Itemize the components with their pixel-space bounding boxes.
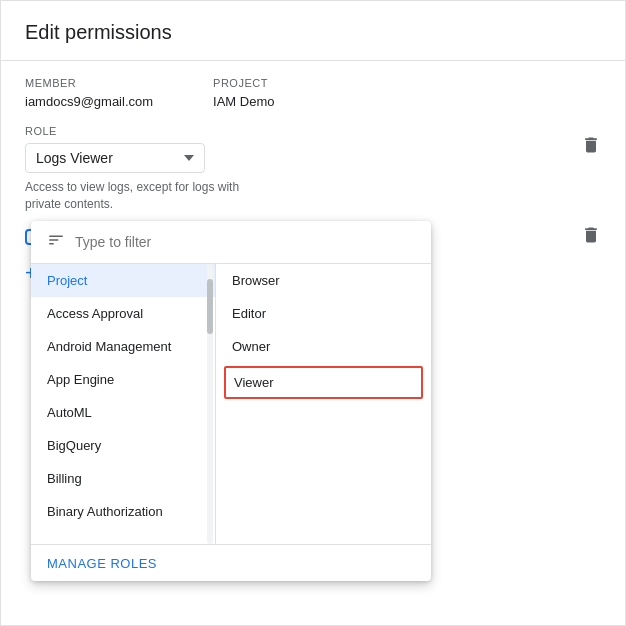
left-category-list: Project Access Approval Android Manageme…: [31, 264, 216, 544]
dropdown-body: Project Access Approval Android Manageme…: [31, 264, 431, 544]
left-list-item[interactable]: App Engine: [31, 363, 215, 396]
member-section: Member iamdocs9@gmail.com Project IAM De…: [1, 61, 625, 117]
project-value: IAM Demo: [213, 94, 274, 109]
dropdown-footer: MANAGE ROLES: [31, 544, 431, 581]
left-list-item[interactable]: Access Approval: [31, 297, 215, 330]
left-list-item[interactable]: Billing: [31, 462, 215, 495]
right-list-item-editor[interactable]: Editor: [216, 297, 431, 330]
filter-input[interactable]: [75, 234, 415, 250]
page-title: Edit permissions: [25, 21, 601, 44]
member-value: iamdocs9@gmail.com: [25, 94, 153, 109]
filter-icon: [47, 231, 65, 253]
right-list-item-owner[interactable]: Owner: [216, 330, 431, 363]
delete-role-button-2[interactable]: [581, 225, 601, 250]
scrollbar-track: [207, 264, 213, 544]
dropdown-panel: Project Access Approval Android Manageme…: [31, 221, 431, 581]
page-container: Edit permissions Member iamdocs9@gmail.c…: [0, 0, 626, 626]
scrollbar-thumb[interactable]: [207, 279, 213, 334]
project-col: Project IAM Demo: [213, 77, 274, 109]
left-list-item[interactable]: BigQuery: [31, 429, 215, 462]
dropdown-arrow-icon: [184, 155, 194, 161]
role-block: Role Logs Viewer Access to view logs, ex…: [25, 125, 565, 213]
filter-bar: [31, 221, 431, 264]
role-description: Access to view logs, except for logs wit…: [25, 179, 245, 213]
role-select-dropdown[interactable]: Logs Viewer: [25, 143, 205, 173]
role-row-1: Role Logs Viewer Access to view logs, ex…: [1, 117, 625, 221]
right-role-list: Browser Editor Owner Viewer: [216, 264, 431, 544]
header: Edit permissions: [1, 1, 625, 61]
role-select-text: Logs Viewer: [36, 150, 113, 166]
left-list-item[interactable]: Project: [31, 264, 215, 297]
left-list-item[interactable]: AutoML: [31, 396, 215, 429]
member-col: Member iamdocs9@gmail.com: [25, 77, 153, 109]
delete-role-button[interactable]: [581, 135, 601, 160]
project-label: Project: [213, 77, 274, 89]
member-label: Member: [25, 77, 153, 89]
right-list-item-viewer[interactable]: Viewer: [224, 366, 423, 399]
right-list-item-browser[interactable]: Browser: [216, 264, 431, 297]
left-list-item[interactable]: Binary Authorization: [31, 495, 215, 528]
manage-roles-link[interactable]: MANAGE ROLES: [47, 556, 157, 571]
left-list-item[interactable]: Android Management: [31, 330, 215, 363]
role-label: Role: [25, 125, 565, 137]
